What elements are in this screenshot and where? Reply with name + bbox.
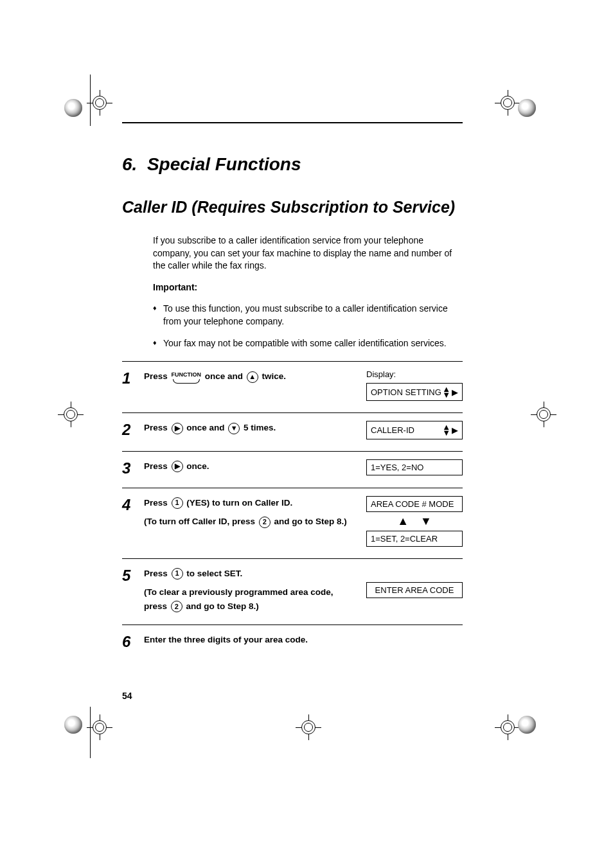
step-instruction: Press ▶ once. bbox=[144, 459, 366, 474]
step-instruction: Press 1 (YES) to turn on Caller ID.(To t… bbox=[144, 496, 366, 529]
step-number: 6 bbox=[122, 633, 144, 650]
step-display-column: 1=YES, 2=NO bbox=[366, 459, 463, 475]
registration-mark bbox=[511, 389, 563, 440]
bullet-item: Your fax may not be compatible with some… bbox=[153, 337, 463, 350]
chapter-number: 6. bbox=[122, 154, 137, 174]
lcd-display-box: 1=YES, 2=NO bbox=[366, 459, 463, 475]
step-instruction: Press ▶ once and ▼ 5 times. bbox=[144, 421, 366, 435]
step-text: twice. bbox=[260, 371, 286, 381]
display-label: Display: bbox=[366, 369, 463, 379]
step-instruction: Enter the three digits of your area code… bbox=[144, 633, 366, 647]
crop-guide bbox=[90, 75, 91, 126]
step-display-column: AREA CODE # MODE▲▼1=SET, 2=CLEAR bbox=[366, 496, 463, 547]
step-text: and go to Step 8.) bbox=[184, 601, 259, 611]
step-row: 1Press FUNCTION once and ▲ twice.Display… bbox=[122, 361, 463, 412]
intro-block: If you subscribe to a caller identificat… bbox=[153, 235, 463, 350]
chapter-name: Special Functions bbox=[147, 154, 301, 174]
up-arrow-button-icon: ▲ bbox=[247, 371, 258, 383]
step-row: 2Press ▶ once and ▼ 5 times.CALLER-ID▲▼▶ bbox=[122, 412, 463, 450]
bullet-item: To use this function, you must subscribe… bbox=[153, 303, 463, 328]
header-rule bbox=[122, 122, 463, 123]
step-number: 3 bbox=[122, 459, 144, 476]
lcd-text: OPTION SETTING bbox=[371, 387, 441, 397]
registration-mark bbox=[67, 702, 119, 753]
step-text: Press bbox=[144, 498, 170, 508]
registration-mark bbox=[39, 389, 90, 440]
step-number: 5 bbox=[122, 567, 144, 583]
digit-1-button-icon: 1 bbox=[172, 497, 183, 509]
page-content: 6. Special Functions Caller ID (Requires… bbox=[122, 122, 463, 661]
lcd-display-box: 1=SET, 2=CLEAR bbox=[366, 531, 463, 547]
digit-2-button-icon: 2 bbox=[171, 601, 182, 612]
step-text: and go to Step 8.) bbox=[272, 517, 347, 526]
step-text: (YES) to turn on Caller ID. bbox=[184, 498, 293, 508]
print-patch bbox=[518, 716, 536, 734]
right-arrow-button-icon: ▶ bbox=[172, 461, 183, 472]
step-instruction: Press 1 to select SET.(To clear a previo… bbox=[144, 567, 366, 614]
down-arrow-button-icon: ▼ bbox=[228, 423, 240, 434]
step-row: 5Press 1 to select SET.(To clear a previ… bbox=[122, 558, 463, 625]
print-patch bbox=[518, 99, 536, 117]
function-button-icon: FUNCTION bbox=[172, 370, 202, 383]
digit-2-button-icon: 2 bbox=[259, 517, 271, 528]
section-title: Caller ID (Requires Subscription to Serv… bbox=[122, 198, 463, 217]
step-instruction: Press FUNCTION once and ▲ twice. bbox=[144, 369, 366, 384]
step-text: Press bbox=[144, 569, 170, 578]
nav-arrows-icon: ▲▼▶ bbox=[442, 424, 458, 436]
right-arrow-button-icon: ▶ bbox=[172, 423, 183, 434]
step-display-column: ENTER AREA CODE bbox=[366, 567, 463, 598]
step-number: 1 bbox=[122, 369, 144, 386]
step-text: once. bbox=[184, 461, 209, 471]
step-text: to select SET. bbox=[184, 569, 243, 578]
step-number: 2 bbox=[122, 421, 144, 438]
lcd-display-box: ENTER AREA CODE bbox=[366, 582, 463, 598]
lcd-display-box: CALLER-ID▲▼▶ bbox=[366, 421, 463, 439]
step-text: (To turn off Caller ID, press bbox=[144, 517, 258, 526]
steps-list: 1Press FUNCTION once and ▲ twice.Display… bbox=[122, 361, 463, 661]
step-text: Press bbox=[144, 371, 170, 381]
step-row: 3Press ▶ once.1=YES, 2=NO bbox=[122, 451, 463, 488]
step-sub-instruction: (To turn off Caller ID, press 2 and go t… bbox=[144, 515, 359, 529]
step-row: 4Press 1 (YES) to turn on Caller ID.(To … bbox=[122, 488, 463, 558]
step-text: Press bbox=[144, 423, 170, 432]
lcd-text: 1=YES, 2=NO bbox=[371, 463, 423, 472]
step-number: 4 bbox=[122, 496, 144, 513]
intro-paragraph: If you subscribe to a caller identificat… bbox=[153, 235, 463, 272]
lcd-text: ENTER AREA CODE bbox=[375, 585, 454, 595]
lcd-text: 1=SET, 2=CLEAR bbox=[371, 534, 438, 544]
step-sub-instruction: (To clear a previously programmed area c… bbox=[144, 585, 359, 613]
step-text: 5 times. bbox=[241, 423, 276, 432]
step-row: 6Enter the three digits of your area cod… bbox=[122, 624, 463, 661]
digit-1-button-icon: 1 bbox=[172, 568, 183, 580]
page-number: 54 bbox=[122, 691, 132, 701]
step-display-column: CALLER-ID▲▼▶ bbox=[366, 421, 463, 439]
chapter-title: 6. Special Functions bbox=[122, 154, 463, 175]
important-label: Important: bbox=[153, 281, 463, 294]
lcd-text: AREA CODE # MODE bbox=[371, 499, 454, 509]
registration-mark bbox=[67, 77, 119, 128]
up-down-arrows-icon: ▲▼ bbox=[366, 512, 463, 531]
step-display-column: Display:OPTION SETTING▲▼▶ bbox=[366, 369, 463, 401]
crop-guide bbox=[90, 707, 91, 758]
lcd-display-box: AREA CODE # MODE bbox=[366, 496, 463, 512]
step-text: Press bbox=[144, 461, 170, 471]
lcd-text: CALLER-ID bbox=[371, 425, 414, 435]
nav-arrows-icon: ▲▼▶ bbox=[442, 386, 458, 398]
step-text: once and bbox=[202, 371, 245, 381]
step-text: Enter the three digits of your area code… bbox=[144, 635, 308, 644]
lcd-display-box: OPTION SETTING▲▼▶ bbox=[366, 383, 463, 401]
registration-mark bbox=[276, 702, 328, 753]
important-bullets: To use this function, you must subscribe… bbox=[153, 303, 463, 350]
step-text: once and bbox=[184, 423, 227, 432]
